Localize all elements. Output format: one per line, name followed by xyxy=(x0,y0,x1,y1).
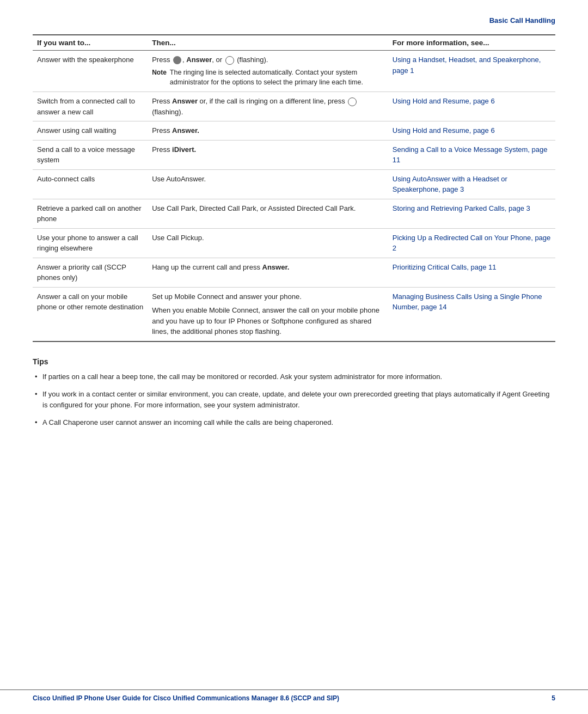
ref-link[interactable]: Using AutoAnswer with a Headset or Speak… xyxy=(393,175,507,194)
cell-col3: Using Hold and Resume, page 6 xyxy=(388,121,555,141)
ref-link[interactable]: Managing Business Calls Using a Single P… xyxy=(393,292,542,312)
cell-col2: Use Call Pickup. xyxy=(148,228,388,258)
ref-link[interactable]: Prioritizing Critical Calls, page 11 xyxy=(393,263,497,271)
cell-col3: Picking Up a Redirected Call on Your Pho… xyxy=(388,228,555,258)
col-header-2: Then... xyxy=(148,35,388,51)
note-content: The ringing line is selected automatical… xyxy=(170,68,384,88)
ref-link[interactable]: Storing and Retrieving Parked Calls, pag… xyxy=(393,204,530,212)
list-item: A Call Chaperone user cannot answer an i… xyxy=(33,417,555,428)
cell-col2: Press iDivert. xyxy=(148,140,388,169)
cell-col1: Answer with the speakerphone xyxy=(33,51,148,92)
cell-col1: Answer a priority call (SCCP phones only… xyxy=(33,258,148,287)
table-row: Switch from a connected call to answer a… xyxy=(33,92,555,121)
cell-col2: Hang up the current call and press Answe… xyxy=(148,258,388,287)
cell-col3: Storing and Retrieving Parked Calls, pag… xyxy=(388,199,555,228)
tips-title: Tips xyxy=(33,357,555,366)
table-row: Answer with the speakerphone Press , Ans… xyxy=(33,51,555,92)
col-header-1: If you want to... xyxy=(33,35,148,51)
cell-col3: Using a Handset, Headset, and Speakerpho… xyxy=(388,51,555,92)
speakerphone-icon xyxy=(173,56,181,64)
note-label: Note xyxy=(152,68,167,88)
list-item: If parties on a call hear a beep tone, t… xyxy=(33,371,555,382)
list-item: If you work in a contact center or simil… xyxy=(33,389,555,411)
table-row: Retrieve a parked call on another phone … xyxy=(33,199,555,228)
cell-col2: Use Call Park, Directed Call Park, or As… xyxy=(148,199,388,228)
table-row: Answer a priority call (SCCP phones only… xyxy=(33,258,555,287)
cell-col2: Press , Answer, or (flashing). Note The … xyxy=(148,51,388,92)
cell-col3: Sending a Call to a Voice Message System… xyxy=(388,140,555,169)
cell-col3: Managing Business Calls Using a Single P… xyxy=(388,287,555,341)
cell-col1: Auto-connect calls xyxy=(33,169,148,199)
page-footer: Cisco Unified IP Phone User Guide for Ci… xyxy=(0,689,588,702)
ref-link[interactable]: Using Hold and Resume, page 6 xyxy=(393,126,495,135)
footer-page-number: 5 xyxy=(552,694,555,702)
page-header-title: Basic Call Handling xyxy=(33,16,555,25)
cell-col1: Answer using call waiting xyxy=(33,121,148,141)
page-container: Basic Call Handling If you want to... Th… xyxy=(0,0,588,714)
cell-col1: Use your phone to answer a call ringing … xyxy=(33,228,148,258)
cell-col2: Press Answer or, if the call is ringing … xyxy=(148,92,388,121)
table-row: Use your phone to answer a call ringing … xyxy=(33,228,555,258)
cell-col1: Retrieve a parked call on another phone xyxy=(33,199,148,228)
table-row: Answer using call waiting Press Answer. … xyxy=(33,121,555,141)
circle-icon xyxy=(348,97,357,106)
ref-link[interactable]: Sending a Call to a Voice Message System… xyxy=(393,145,548,164)
col-header-3: For more information, see... xyxy=(388,35,555,51)
ref-link[interactable]: Using a Handset, Headset, and Speakerpho… xyxy=(393,56,541,75)
cell-col2: Set up Mobile Connect and answer your ph… xyxy=(148,287,388,341)
circle-icon xyxy=(225,56,234,65)
ref-link[interactable]: Using Hold and Resume, page 6 xyxy=(393,97,495,105)
cell-col2: Press Answer. xyxy=(148,121,388,141)
cell-col1: Answer a call on your mobile phone or ot… xyxy=(33,287,148,341)
cell-col3: Using Hold and Resume, page 6 xyxy=(388,92,555,121)
tips-list: If parties on a call hear a beep tone, t… xyxy=(33,371,555,429)
cell-col3: Using AutoAnswer with a Headset or Speak… xyxy=(388,169,555,199)
footer-title: Cisco Unified IP Phone User Guide for Ci… xyxy=(33,694,339,702)
cell-col2: Use AutoAnswer. xyxy=(148,169,388,199)
table-row: Send a call to a voice message system Pr… xyxy=(33,140,555,169)
tips-section: Tips If parties on a call hear a beep to… xyxy=(33,357,555,429)
ref-link[interactable]: Picking Up a Redirected Call on Your Pho… xyxy=(393,234,551,253)
cell-col1: Send a call to a voice message system xyxy=(33,140,148,169)
table-row: Answer a call on your mobile phone or ot… xyxy=(33,287,555,341)
cell-col1: Switch from a connected call to answer a… xyxy=(33,92,148,121)
table-row: Auto-connect calls Use AutoAnswer. Using… xyxy=(33,169,555,199)
main-table: If you want to... Then... For more infor… xyxy=(33,34,555,342)
cell-col3: Prioritizing Critical Calls, page 11 xyxy=(388,258,555,287)
